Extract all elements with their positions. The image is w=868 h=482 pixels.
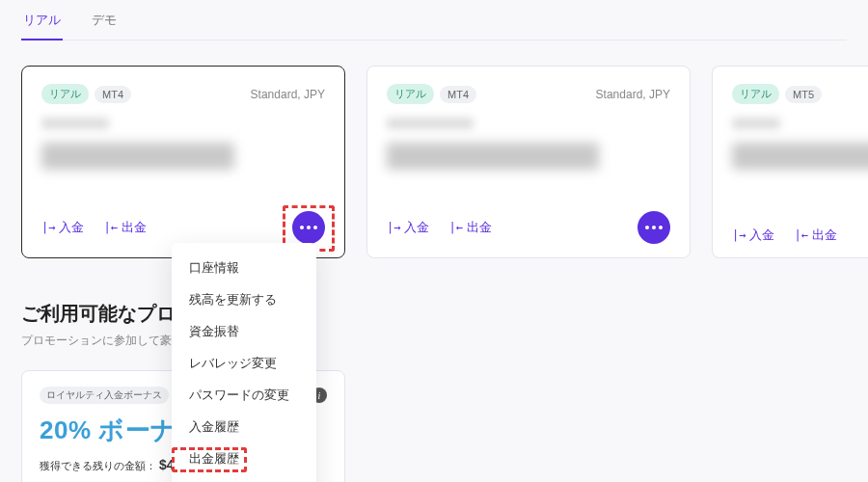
menu-leverage[interactable]: レバレッジ変更 bbox=[172, 348, 316, 380]
withdraw-arrow-icon: |← bbox=[794, 228, 807, 242]
account-type-label: Standard, JPY bbox=[596, 88, 670, 101]
deposit-button[interactable]: |→ 入金 bbox=[387, 219, 429, 236]
deposit-label: 入金 bbox=[749, 227, 774, 244]
account-id-redacted bbox=[41, 118, 109, 129]
account-card-3[interactable]: リアル MT5 |→ 入金 |← 出金 bbox=[712, 66, 868, 258]
withdraw-label: 出金 bbox=[122, 219, 147, 236]
deposit-arrow-icon: |→ bbox=[387, 221, 400, 234]
withdraw-button[interactable]: |← 出金 bbox=[103, 219, 146, 236]
chip-platform: MT5 bbox=[785, 86, 822, 103]
chip-real: リアル bbox=[732, 84, 779, 104]
chip-platform: MT4 bbox=[95, 86, 131, 103]
account-id-redacted bbox=[387, 118, 474, 129]
deposit-button[interactable]: |→ 入金 bbox=[41, 219, 84, 236]
deposit-label: 入金 bbox=[59, 219, 84, 236]
deposit-button[interactable]: |→ 入金 bbox=[732, 227, 774, 244]
promo-section-subtitle: プロモーションに参加して豪華報酬 bbox=[21, 333, 847, 349]
deposit-label: 入金 bbox=[404, 219, 429, 236]
promo-remaining-label: 獲得できる残りの金額： bbox=[40, 460, 156, 471]
deposit-arrow-icon: |→ bbox=[41, 221, 55, 234]
more-button[interactable] bbox=[292, 211, 325, 244]
account-tabs: リアル デモ bbox=[21, 0, 847, 40]
tab-real[interactable]: リアル bbox=[21, 6, 63, 40]
account-balance-redacted bbox=[732, 143, 868, 170]
account-card-2[interactable]: リアル MT4 Standard, JPY |→ 入金 |← 出金 bbox=[366, 66, 691, 258]
withdraw-arrow-icon: |← bbox=[103, 221, 117, 234]
account-cards-row: リアル MT4 Standard, JPY |→ 入金 |← 出金 bbox=[21, 66, 847, 258]
more-button[interactable] bbox=[637, 211, 670, 244]
account-card-1[interactable]: リアル MT4 Standard, JPY |→ 入金 |← 出金 bbox=[21, 66, 345, 258]
more-dots-icon bbox=[645, 226, 663, 229]
promo-chip: ロイヤルティ入金ボーナス bbox=[40, 387, 169, 404]
tab-divider bbox=[21, 40, 847, 40]
more-dots-icon bbox=[300, 226, 317, 229]
menu-transfer[interactable]: 資金振替 bbox=[172, 316, 316, 348]
menu-account-info[interactable]: 口座情報 bbox=[172, 253, 316, 284]
withdraw-arrow-icon: |← bbox=[448, 221, 462, 234]
account-id-redacted bbox=[732, 118, 780, 129]
menu-withdraw-history[interactable]: 出金履歴 bbox=[172, 443, 316, 475]
menu-trade-history[interactable]: 取引履歴 bbox=[172, 475, 316, 482]
account-balance-redacted bbox=[41, 143, 234, 170]
account-balance-redacted bbox=[387, 143, 599, 170]
tab-demo[interactable]: デモ bbox=[90, 6, 119, 40]
menu-deposit-history[interactable]: 入金履歴 bbox=[172, 412, 316, 443]
promo-section-title: ご利用可能なプロモ bbox=[21, 301, 847, 327]
account-type-label: Standard, JPY bbox=[251, 88, 325, 101]
withdraw-button[interactable]: |← 出金 bbox=[794, 227, 836, 244]
chip-real: リアル bbox=[41, 84, 89, 104]
withdraw-label: 出金 bbox=[467, 219, 492, 236]
menu-refresh-balance[interactable]: 残高を更新する bbox=[172, 284, 316, 316]
withdraw-button[interactable]: |← 出金 bbox=[448, 219, 491, 236]
chip-platform: MT4 bbox=[440, 86, 476, 103]
menu-password[interactable]: パスワードの変更 bbox=[172, 380, 316, 412]
account-more-menu: 口座情報 残高を更新する 資金振替 レバレッジ変更 パスワードの変更 入金履歴 … bbox=[172, 243, 316, 482]
chip-real: リアル bbox=[387, 84, 434, 104]
deposit-arrow-icon: |→ bbox=[732, 228, 746, 242]
withdraw-label: 出金 bbox=[812, 227, 837, 244]
